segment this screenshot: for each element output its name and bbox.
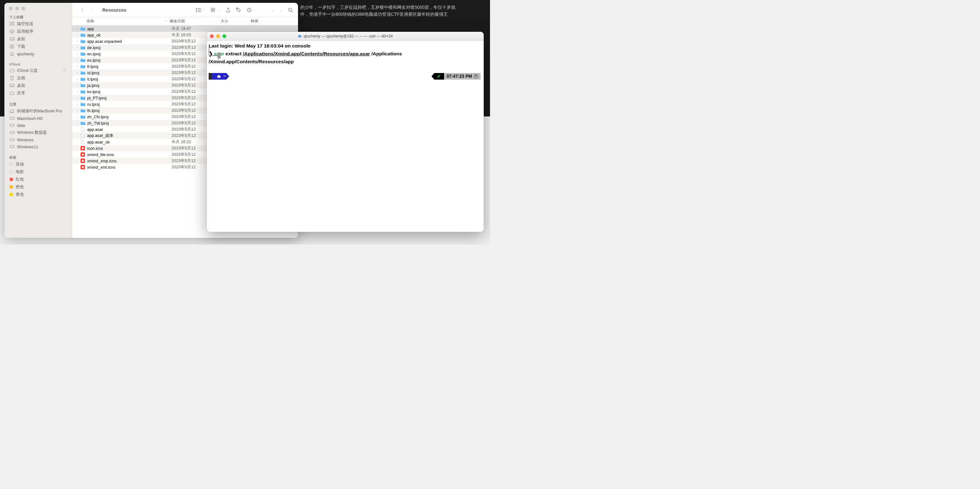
disclosure-icon[interactable]: › (75, 103, 80, 106)
sidebar-item[interactable]: 秋城落叶的MacBook Pro (5, 107, 72, 115)
sidebar-item-label: 红色 (16, 176, 24, 182)
file-name: fr.lproj (87, 64, 172, 69)
disclosure-icon[interactable]: › (75, 121, 80, 125)
sidebar-item-label: 应用程序 (17, 29, 33, 34)
sidebar-item[interactable]: 黄色 (5, 191, 72, 198)
group-button[interactable]: ⌄ (209, 6, 222, 14)
disclosure-icon[interactable]: › (75, 33, 80, 37)
file-name: it.lproj (87, 77, 172, 81)
col-kind[interactable]: 种类 (251, 19, 298, 24)
folder-icon (80, 102, 85, 107)
column-headers[interactable]: 名称⌃ 修改日期 大小 种类 (72, 17, 298, 25)
toolbar-overflow-2[interactable]: ⌄ (278, 7, 284, 13)
zoom-dot-icon[interactable] (21, 6, 25, 10)
sidebar-item-label: 黄色 (16, 192, 24, 197)
svg-point-31 (249, 10, 250, 10)
sidebar-favorites-heading: 个人收藏 (5, 13, 72, 20)
disclosure-icon[interactable]: › (75, 52, 80, 56)
file-name: en.lproj (87, 52, 172, 56)
action-button[interactable]: ⌄ (245, 6, 258, 14)
svg-rect-1 (10, 37, 14, 40)
disclosure-icon[interactable]: › (75, 40, 80, 43)
svg-rect-27 (213, 10, 215, 12)
sidebar-item[interactable]: Macintosh HD (5, 115, 72, 122)
view-list-button[interactable]: ⌃ (194, 6, 207, 14)
cloud-icon (10, 68, 14, 73)
sidebar-item[interactable]: 应用程序 (5, 28, 72, 35)
finder-traffic-lights (5, 3, 72, 13)
minimize-dot-icon[interactable] (15, 6, 19, 10)
file-date: 今天 19:47 (172, 26, 223, 32)
forward-button[interactable]: 〉 (89, 6, 97, 14)
sidebar-item[interactable]: qiuchenly (5, 50, 72, 57)
disclosure-icon[interactable]: › (75, 96, 80, 100)
file-name: xmind_xmp.icns (87, 159, 172, 163)
disclosure-icon[interactable]: › (75, 109, 80, 112)
sidebar-item-label: 其他 (16, 162, 24, 167)
disk-icon (10, 144, 14, 149)
col-date[interactable]: 修改日期 (170, 19, 221, 24)
disclosure-icon[interactable]: › (75, 115, 80, 118)
file-name: app (87, 27, 172, 31)
sidebar-item[interactable]: 桌面 (5, 82, 72, 89)
sidebar-item[interactable]: Windows11 (5, 143, 72, 150)
icns-icon (80, 146, 85, 151)
terminal-titlebar[interactable]: qiuchenly — qiuchenly@192 — ~ — -zsh — 8… (207, 32, 484, 41)
terminal-body[interactable]: Last login: Wed May 17 18:03:04 on conso… (207, 41, 484, 232)
sidebar-item-label: 电影 (16, 169, 24, 175)
tag-button[interactable] (234, 6, 243, 14)
col-size[interactable]: 大小 (221, 19, 251, 24)
prompt-segment-home: ~ (212, 73, 229, 79)
tag-icon (10, 170, 13, 174)
sidebar-item[interactable]: 电影 (5, 168, 72, 176)
sidebar-item[interactable]: Windows (5, 136, 72, 143)
folder-icon (80, 89, 85, 94)
folder-icon (80, 108, 85, 113)
sidebar-item[interactable]: 红色 (5, 176, 72, 183)
col-name[interactable]: 名称⌃ (72, 19, 170, 24)
disclosure-icon[interactable]: › (75, 46, 80, 49)
sidebar-item[interactable]: 桌面 (5, 35, 72, 43)
search-button[interactable] (286, 6, 295, 14)
bg-text-line2: 件，凭借手中一台800块钱的i386电脑成功登顶CTF亚洲赛区最年轻的最强王 (300, 11, 484, 17)
sidebar-item[interactable]: 隔空投送 (5, 20, 72, 28)
file-name: ja.lproj (87, 83, 172, 88)
folder-icon (80, 121, 85, 125)
share-button[interactable] (224, 6, 232, 14)
sidebar-item-label: 桌面 (17, 36, 25, 42)
disclosure-icon[interactable]: › (75, 71, 80, 74)
svg-rect-6 (10, 110, 14, 112)
disclosure-icon[interactable]: › (75, 90, 80, 93)
file-name: app.asar_副本 (87, 133, 172, 138)
toolbar-overflow[interactable]: ⌄ (269, 7, 276, 13)
disclosure-icon[interactable]: › (75, 59, 80, 62)
sidebar-item[interactable]: iCloud 云盘⚠ (5, 67, 72, 74)
terminal-command-line: ❯ asar extract /Applications/Xmind.app/C… (208, 50, 482, 57)
terminal-command-line-2: /Xmind.app/Contents/Resources/app (208, 57, 482, 65)
folder-icon (80, 114, 85, 119)
disclosure-icon[interactable]: › (75, 78, 80, 81)
svg-line-34 (291, 11, 293, 12)
disclosure-icon[interactable]: › (75, 65, 80, 68)
file-name: ru.lproj (87, 102, 172, 107)
sidebar-item[interactable]: 橙色 (5, 183, 72, 191)
status-check-icon: ✔ (431, 73, 444, 79)
sidebar-item[interactable]: data (5, 122, 72, 129)
sidebar-item[interactable]: 下载 (5, 43, 72, 50)
file-row[interactable]: ›app今天 19:47 (72, 25, 298, 32)
disclosure-icon[interactable]: › (75, 84, 80, 87)
sidebar-item[interactable]: 其他 (5, 160, 72, 168)
clock-icon (474, 74, 478, 78)
svg-point-18 (196, 8, 197, 9)
sidebar-item[interactable]: Windows 数据盘 (5, 129, 72, 136)
folder-icon (80, 57, 85, 63)
svg-rect-25 (213, 8, 215, 10)
terminal-window[interactable]: qiuchenly — qiuchenly@192 — ~ — -zsh — 8… (207, 32, 484, 232)
sidebar-item[interactable]: 文稿 (5, 74, 72, 82)
close-dot-icon[interactable] (9, 6, 13, 10)
sidebar-item[interactable]: 共享 (5, 89, 72, 97)
back-button[interactable]: 〈 (77, 6, 86, 14)
folder-icon (80, 45, 85, 50)
disclosure-icon[interactable]: › (75, 27, 80, 30)
svg-rect-24 (211, 8, 212, 10)
